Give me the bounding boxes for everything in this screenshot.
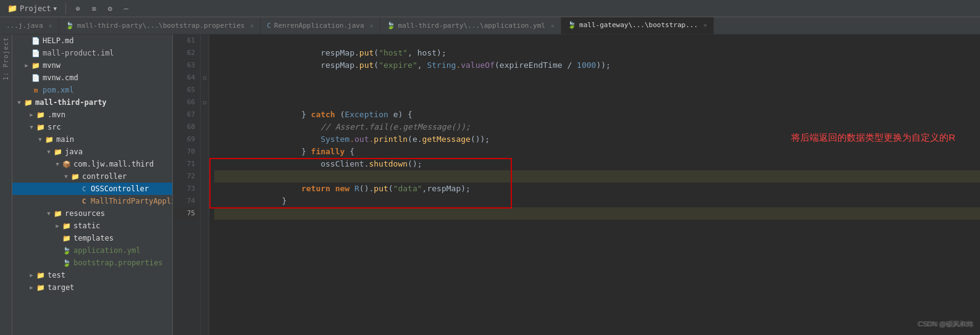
tab-bootstrap-properties-label: mall-third-party\...\bootstrap.propertie… [77,22,245,30]
tab-mall-gateway-label: mall-gateway\...\bootstrap... [579,21,698,29]
file-icon: 📄 [31,36,41,46]
tab-j-java[interactable]: ...j.java ✕ [0,17,59,34]
tab-renren-icon: C [267,22,271,30]
line-num-68: 68 [173,121,200,133]
line-num-73: 73 [173,183,200,195]
sidebar-item-controller[interactable]: ▼ 📁 controller [12,170,172,183]
tab-renren-close[interactable]: ✕ [370,22,374,29]
toolbar-add-button[interactable]: ⊕ [71,2,85,15]
sidebar-item-src[interactable]: ▼ 📁 src [12,121,172,133]
arrow: ▼ [53,161,62,167]
arrow: ▼ [44,149,53,155]
fold-76[interactable] [201,158,209,170]
sidebar-item-mall-third-party-app[interactable]: C MallThirdPartyApplication [12,195,172,207]
tab-application-yml[interactable]: 🍃 mall-third-party\...\application.yml ✕ [380,17,561,34]
sidebar: 📄 HELP.md 📄 mall-product.iml ▶ 📁 mvnw 📄 … [12,35,173,335]
code-content: 61 62 63 64 65 66 67 68 69 70 71 72 73 7… [173,35,980,335]
csdn-watermark-overlay: CSDN @硕风和炜 [919,320,974,329]
item-label: HELP.md [43,36,74,45]
tab-mall-gateway-bootstrap[interactable]: 🍃 mall-gateway\...\bootstrap... ✕ [561,17,714,34]
line-num-75: 75 [173,207,200,220]
fold-67[interactable] [201,47,209,59]
code-line-69: } finally { [214,133,980,146]
sidebar-item-target[interactable]: ▶ 📁 target [12,281,172,294]
arrow: ▶ [27,272,36,278]
toolbar-divider [65,3,66,14]
sidebar-item-mvnw-cmd[interactable]: 📄 mvnw.cmd [12,72,172,84]
arrow: ▼ [15,99,23,105]
arrow: ▼ [44,210,53,217]
code-editor[interactable]: 61 62 63 64 65 66 67 68 69 70 71 72 73 7… [173,35,980,335]
item-label: java [65,147,83,156]
sidebar-item-pom-xml[interactable]: m pom.xml [12,84,172,96]
code-line-75 [214,207,980,220]
folder-icon: 📁 [23,97,33,107]
fold-75[interactable] [201,146,209,158]
tab-j-java-close[interactable]: ✕ [49,22,52,29]
project-title: Project [20,4,51,13]
fold-71[interactable]: ◻ [201,96,209,109]
sidebar-item-application-yml[interactable]: 🍃 application.yml [12,244,172,257]
sidebar-item-mall-product-iml[interactable]: 📄 mall-product.iml [12,47,172,59]
sidebar-item-oss-controller[interactable]: C OSSController [12,183,172,195]
tab-gateway-close[interactable]: ✕ [703,22,707,28]
properties-icon: 🍃 [62,258,72,268]
tab-application-yml-close[interactable]: ✕ [551,22,555,29]
arrow: ▶ [27,112,36,118]
file-icon: 📄 [31,73,41,83]
yaml-icon: 🍃 [62,246,72,255]
fold-80[interactable] [201,207,209,220]
folder-icon: 📁 [36,122,46,132]
fold-73[interactable] [201,121,209,133]
tab-bootstrap-properties-close[interactable]: ✕ [250,22,254,29]
code-line-73: } [214,183,980,195]
sidebar-item-bootstrap-properties[interactable]: 🍃 bootstrap.properties [12,257,172,269]
fold-74[interactable] [201,133,209,146]
item-label: controller [82,172,127,181]
toolbar-collapse-button[interactable]: ≡ [87,2,101,15]
fold-66[interactable] [201,35,209,47]
sidebar-item-java[interactable]: ▼ 📁 java [12,146,172,158]
fold-77[interactable] [201,170,209,183]
sidebar-item-resources[interactable]: ▼ 📁 resources [12,207,172,220]
item-label: src [48,123,61,131]
sidebar-item-test[interactable]: ▶ 📁 test [12,269,172,281]
sidebar-item-mvn[interactable]: ▶ 📁 .mvn [12,109,172,121]
sidebar-item-com-ljw-mall-third[interactable]: ▼ 📦 com.ljw.mall.third [12,158,172,170]
tab-bootstrap-properties[interactable]: 🍃 mall-third-party\...\bootstrap.propert… [59,17,261,34]
code-line-66: } catch (Exception e) { [214,96,980,109]
sidebar-item-help-md[interactable]: 📄 HELP.md [12,35,172,47]
item-label: pom.xml [43,86,74,94]
fold-68[interactable] [201,59,209,72]
sidebar-item-templates[interactable]: 📁 templates [12,232,172,244]
arrow: ▼ [27,124,36,130]
fold-70[interactable] [201,84,209,96]
fold-78[interactable] [201,183,209,195]
line-num-67: 67 [173,109,200,121]
code-line-61: respMap.put("host", host); [214,35,980,47]
tab-renren-application[interactable]: C RenrenApplication.java ✕ [261,17,380,34]
folder-icon: 📁 [36,110,46,120]
sidebar-item-main[interactable]: ▼ 📁 main [12,133,172,146]
toolbar-settings-button[interactable]: ⚙ [103,2,117,15]
fold-69[interactable]: ◻ [201,72,209,84]
sidebar-item-mvnw[interactable]: ▶ 📁 mvnw [12,59,172,72]
project-label[interactable]: 📁 Project ▼ [4,2,61,14]
toolbar-minimize-button[interactable]: — [119,2,133,15]
toolbar: 📁 Project ▼ ⊕ ≡ ⚙ — [0,0,980,17]
arrow: ▼ [36,136,44,143]
fold-72[interactable] [201,109,209,121]
item-label: templates [73,234,114,242]
item-label: .mvn [48,110,65,119]
item-label: mall-product.iml [43,49,114,57]
code-line-70: ossClient.shutdown(); [214,146,980,158]
sidebar-item-mall-third-party[interactable]: ▼ 📁 mall-third-party [12,96,172,109]
fold-79[interactable] [201,195,209,207]
line-num-64: 64 [173,72,200,84]
item-label: OSSController [91,184,149,193]
sidebar-item-static[interactable]: ▶ 📁 static [12,220,172,232]
item-label: MallThirdPartyApplication [91,197,173,205]
project-folder-icon: 📁 [7,4,17,13]
item-label: main [56,135,74,144]
folder-icon: 📁 [36,270,46,280]
